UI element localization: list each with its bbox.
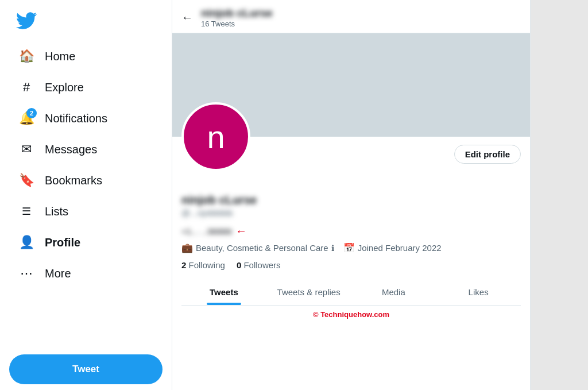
sidebar-item-explore-label: Explore [45, 81, 84, 94]
sidebar: 🏠 Home # Explore 🔔 2 Notifications ✉ Mes… [0, 0, 172, 390]
profile-phone: +1... ...bbbbb [181, 226, 232, 236]
tab-tweets[interactable]: Tweets [181, 279, 266, 305]
avatar: n [181, 102, 250, 171]
edit-profile-button[interactable]: Edit profile [454, 145, 521, 164]
profile-tabs: Tweets Tweets & replies Media Likes [181, 279, 521, 306]
sidebar-item-notifications[interactable]: 🔔 2 Notifications [9, 103, 163, 133]
tab-media-label: Media [382, 287, 405, 297]
followers-stat[interactable]: 0 Followers [237, 260, 281, 270]
avatar-wrap: n [181, 102, 250, 171]
following-count: 2 [181, 260, 186, 270]
profile-header-bar: ← ninjob cLurse 16 Tweets [172, 0, 530, 33]
bookmark-icon: 🔖 [18, 172, 34, 188]
sidebar-item-lists-label: Lists [45, 205, 68, 218]
following-label: Following [189, 260, 225, 270]
followers-label: Followers [243, 260, 280, 270]
tab-likes-label: Likes [469, 287, 489, 297]
calendar-icon: 📅 [343, 242, 355, 253]
profile-stats: 2 Following 0 Followers [181, 260, 521, 270]
messages-icon: ✉ [18, 141, 34, 157]
avatar-letter: n [207, 118, 225, 156]
profile-category: 💼 Beauty, Cosmetic & Personal Care ℹ [181, 242, 334, 253]
joined-text: Joined February 2022 [358, 243, 442, 253]
sidebar-item-home-label: Home [45, 50, 75, 63]
tweet-button[interactable]: Tweet [9, 354, 163, 384]
tab-tweets-label: Tweets [210, 287, 238, 297]
sidebar-item-profile[interactable]: 👤 Profile [9, 227, 163, 257]
sidebar-item-lists[interactable]: ☰ Lists [9, 196, 163, 226]
sidebar-item-bookmarks[interactable]: 🔖 Bookmarks [9, 165, 163, 195]
watermark: © Techniquehow.com [181, 306, 521, 323]
profile-phone-row: +1... ...bbbbb ← [181, 225, 521, 238]
profile-body: n Edit profile ninjob cLurse @...njobbbb… [172, 137, 530, 323]
tab-tweets-replies-label: Tweets & replies [277, 287, 341, 297]
sidebar-item-home[interactable]: 🏠 Home [9, 41, 163, 71]
info-icon: ℹ [331, 244, 334, 253]
twitter-logo[interactable] [9, 6, 163, 38]
followers-count: 0 [237, 260, 241, 270]
profile-username: @...njobbbbb [181, 208, 521, 218]
explore-icon: # [18, 79, 34, 95]
sidebar-nav: 🏠 Home # Explore 🔔 2 Notifications ✉ Mes… [9, 41, 163, 347]
tab-media[interactable]: Media [351, 279, 436, 305]
right-panel [531, 0, 588, 390]
sidebar-item-more-label: More [45, 267, 71, 280]
header-info: ninjob cLurse 16 Tweets [201, 7, 273, 28]
lists-icon: ☰ [18, 203, 34, 219]
category-text: Beauty, Cosmetic & Personal Care [196, 243, 328, 253]
tab-tweets-replies[interactable]: Tweets & replies [266, 279, 351, 305]
profile-meta: 💼 Beauty, Cosmetic & Personal Care ℹ 📅 J… [181, 242, 521, 253]
home-icon: 🏠 [18, 48, 34, 64]
briefcase-icon: 💼 [181, 242, 193, 253]
red-arrow-icon: ← [235, 225, 247, 238]
sidebar-item-messages[interactable]: ✉ Messages [9, 134, 163, 164]
back-button[interactable]: ← [181, 11, 193, 24]
profile-display-name: ninjob cLurse [181, 194, 521, 207]
main-content: ← ninjob cLurse 16 Tweets n Edit profile… [172, 0, 531, 390]
header-tweet-count: 16 Tweets [201, 20, 273, 28]
following-stat[interactable]: 2 Following [181, 260, 225, 270]
sidebar-item-profile-label: Profile [45, 236, 80, 249]
profile-joined: 📅 Joined February 2022 [343, 242, 442, 253]
sidebar-item-explore[interactable]: # Explore [9, 72, 163, 102]
profile-icon: 👤 [18, 234, 34, 250]
sidebar-item-bookmarks-label: Bookmarks [45, 174, 102, 187]
bell-icon: 🔔 2 [18, 110, 34, 126]
sidebar-item-more[interactable]: ⋯ More [9, 258, 163, 288]
profile-names: ninjob cLurse @...njobbbbb [181, 194, 521, 220]
notifications-badge: 2 [26, 108, 37, 118]
sidebar-item-notifications-label: Notifications [45, 112, 107, 125]
tab-likes[interactable]: Likes [436, 279, 521, 305]
sidebar-item-messages-label: Messages [45, 143, 97, 156]
more-icon: ⋯ [18, 265, 34, 281]
header-display-name: ninjob cLurse [201, 7, 273, 20]
